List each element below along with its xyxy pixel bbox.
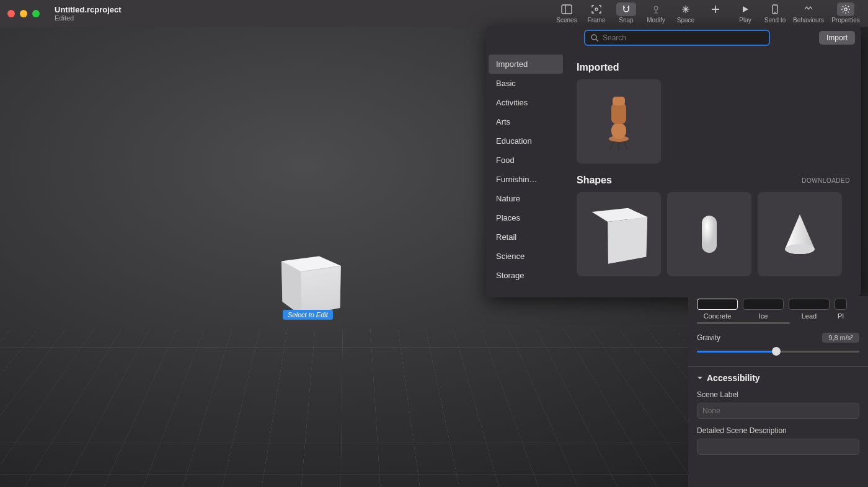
cone-icon (775, 203, 825, 265)
plus-icon (711, 2, 720, 16)
close-window-button[interactable] (7, 10, 15, 17)
asset-search-input[interactable] (603, 33, 764, 42)
device-icon (771, 2, 779, 16)
modify-button[interactable]: Modify (641, 2, 671, 24)
svg-line-14 (624, 142, 627, 149)
space-button[interactable]: Space (671, 2, 701, 24)
category-nature[interactable]: Nature (486, 189, 565, 208)
svg-point-2 (595, 8, 598, 11)
category-food[interactable]: Food (486, 151, 565, 170)
material-scrollbar[interactable] (697, 322, 790, 324)
gravity-slider[interactable] (697, 346, 859, 356)
minimize-window-button[interactable] (20, 10, 27, 17)
svg-point-7 (591, 35, 596, 40)
asset-library-panel: Import Imported Basic Activities Arts Ed… (486, 25, 861, 297)
asset-thumb-cone[interactable] (758, 192, 842, 276)
magnet-icon (616, 2, 636, 16)
document-title-block: Untitled.rcproject Edited (55, 6, 122, 22)
chevron-down-icon (697, 375, 703, 381)
frame-icon (591, 2, 602, 16)
scenes-button[interactable]: Scenes (552, 2, 582, 24)
category-storage[interactable]: Storage (486, 266, 565, 285)
document-filename: Untitled.rcproject (55, 6, 122, 14)
import-button[interactable]: Import (819, 31, 855, 45)
category-imported[interactable]: Imported (489, 55, 563, 74)
category-activities[interactable]: Activities (486, 93, 565, 112)
svg-rect-16 (702, 216, 717, 253)
svg-rect-10 (611, 123, 626, 139)
cube-icon (600, 213, 637, 257)
svg-rect-11 (611, 103, 626, 124)
send-to-button[interactable]: Send to (760, 2, 790, 24)
scenes-icon (561, 2, 572, 16)
asset-thumb-capsule[interactable] (667, 192, 751, 276)
chair-icon (594, 90, 644, 152)
window-controls (7, 10, 40, 17)
gravity-label: Gravity (697, 333, 720, 342)
category-basic[interactable]: Basic (486, 74, 565, 93)
material-concrete[interactable]: Concrete (697, 299, 738, 320)
asset-thumb-cube[interactable] (577, 192, 661, 276)
category-places[interactable]: Places (486, 208, 565, 227)
detailed-description-label: Detailed Scene Description (697, 426, 859, 435)
svg-rect-0 (562, 5, 572, 14)
scene-label-input[interactable] (697, 403, 859, 419)
material-ice[interactable]: Ice (743, 299, 784, 320)
category-furnishings[interactable]: Furnishin… (486, 170, 565, 189)
category-science[interactable]: Science (486, 247, 565, 266)
divider (688, 366, 868, 367)
select-to-edit-badge[interactable]: Select to Edit (283, 310, 333, 320)
play-button[interactable]: Play (730, 2, 760, 24)
category-retail[interactable]: Retail (486, 227, 565, 247)
title-bar: Untitled.rcproject Edited Scenes Frame S… (0, 0, 868, 27)
category-education[interactable]: Education (486, 131, 565, 151)
properties-panel: Concrete Ice Lead Pl Gravity 9,8 m/s² Ac… (688, 296, 868, 487)
material-picker[interactable]: Concrete Ice Lead Pl (697, 299, 859, 320)
asset-category-list[interactable]: Imported Basic Activities Arts Education… (486, 51, 565, 297)
category-arts[interactable]: Arts (486, 112, 565, 131)
main-toolbar: Scenes Frame Snap Modify Space (552, 0, 864, 27)
frame-button[interactable]: Frame (582, 2, 611, 24)
scene-label-label: Scene Label (697, 390, 859, 399)
search-icon (590, 33, 599, 42)
gravity-value[interactable]: 9,8 m/s² (822, 333, 859, 343)
asset-thumb-chair[interactable] (577, 79, 661, 164)
space-icon (681, 2, 691, 16)
section-shapes-title: Shapes (577, 175, 612, 186)
document-status: Edited (55, 14, 122, 22)
svg-point-6 (844, 8, 847, 11)
material-more[interactable]: Pl (835, 299, 847, 320)
scene-object-cube[interactable] (289, 263, 339, 312)
behaviours-button[interactable]: Behaviours (790, 2, 827, 24)
section-shapes-tag: DOWNLOADED (802, 177, 850, 184)
svg-line-8 (596, 39, 598, 42)
material-lead[interactable]: Lead (789, 299, 830, 320)
svg-rect-12 (613, 97, 625, 105)
zoom-window-button[interactable] (32, 10, 40, 17)
capsule-icon (684, 203, 734, 265)
gear-icon (837, 2, 854, 16)
snap-button[interactable]: Snap (611, 2, 641, 24)
svg-point-3 (654, 6, 658, 10)
add-button[interactable] (701, 2, 730, 17)
accessibility-section-header[interactable]: Accessibility (697, 373, 859, 383)
detailed-description-input[interactable] (697, 439, 859, 455)
play-icon (741, 2, 750, 16)
modify-icon (651, 2, 661, 16)
properties-button[interactable]: Properties (827, 2, 864, 24)
asset-content-area: Imported Shapes DOWNLOAD (565, 51, 861, 297)
section-imported-title: Imported (577, 62, 619, 73)
svg-point-17 (785, 244, 815, 254)
behaviours-icon (803, 2, 814, 16)
asset-panel-header: Import (486, 25, 861, 51)
asset-search-field[interactable] (584, 30, 770, 46)
svg-line-13 (610, 142, 614, 149)
